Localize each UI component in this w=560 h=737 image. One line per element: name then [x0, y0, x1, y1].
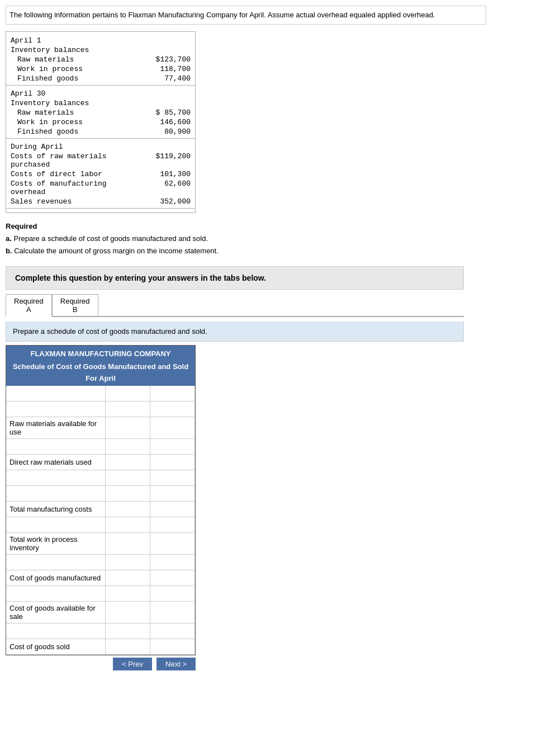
- sched-input-cogm-a[interactable]: [106, 570, 150, 585]
- sched-input-cogm-b[interactable]: [150, 570, 195, 585]
- sched-input-4a[interactable]: [106, 439, 150, 454]
- sched-input-raw-avail-a-field[interactable]: [106, 417, 150, 438]
- sched-input-15a[interactable]: [106, 623, 150, 639]
- sched-input-6b-field[interactable]: [150, 470, 194, 485]
- sched-input-raw-avail-b-field[interactable]: [150, 417, 194, 438]
- sched-label-15: [6, 623, 106, 639]
- complete-banner: Complete this question by entering your …: [6, 266, 464, 290]
- sched-input-15a-field[interactable]: [106, 623, 150, 639]
- instruction-a-text: Prepare a schedule of cost of goods manu…: [13, 234, 208, 243]
- sched-row-raw-available: Raw materials available for use: [6, 417, 195, 439]
- sched-input-4b[interactable]: [150, 439, 195, 454]
- mfg-overhead-row: Costs of manufacturingoverhead 62,600: [6, 179, 195, 197]
- sched-input-direct-raw-b[interactable]: [150, 455, 195, 470]
- sched-input-cogs-a[interactable]: [106, 639, 150, 654]
- sched-input-raw-avail-a[interactable]: [106, 417, 150, 438]
- sched-input-cogs-b-field[interactable]: [150, 639, 194, 654]
- sched-input-total-wip-a[interactable]: [106, 533, 150, 554]
- inventory-label-1: Inventory balances: [11, 46, 191, 54]
- sched-input-15b-field[interactable]: [150, 623, 194, 639]
- sched-input-13a-field[interactable]: [106, 586, 150, 601]
- instruction-b: b. Calculate the amount of gross margin …: [6, 245, 554, 257]
- sched-label-total-wip: Total work in process inventory: [6, 533, 106, 554]
- sched-input-total-wip-b-field[interactable]: [150, 533, 194, 554]
- sched-input-cogm-a-field[interactable]: [106, 570, 150, 585]
- required-label: Required: [6, 222, 554, 230]
- sched-label-coga: Cost of goods available for sale: [6, 602, 106, 623]
- sched-label-4: [6, 439, 106, 454]
- sched-input-7b-field[interactable]: [150, 486, 194, 501]
- sched-input-13b[interactable]: [150, 586, 195, 601]
- sched-input-cogm-b-field[interactable]: [150, 570, 194, 585]
- sched-input-raw-avail-b[interactable]: [150, 417, 195, 438]
- sched-input-15b[interactable]: [150, 623, 195, 639]
- sched-input-cogs-a-field[interactable]: [106, 639, 150, 654]
- sched-input-total-mfg-a[interactable]: [106, 502, 150, 517]
- sched-input-total-mfg-b-field[interactable]: [150, 502, 194, 517]
- tab-required-b[interactable]: RequiredB: [52, 294, 98, 316]
- sched-input-6b[interactable]: [150, 470, 195, 485]
- wip-apr30-value: 146,600: [146, 118, 191, 126]
- sched-label-2: [6, 401, 106, 417]
- sched-input-9b-field[interactable]: [150, 517, 194, 532]
- sched-input-total-wip-b[interactable]: [150, 533, 195, 554]
- wip-apr1-label: Work in process: [17, 65, 146, 73]
- schedule-title: Schedule of Cost of Goods Manufactured a…: [6, 361, 195, 373]
- sched-input-2b[interactable]: [150, 401, 195, 417]
- sched-input-11a[interactable]: [106, 555, 150, 570]
- fg-apr1-value: 77,400: [146, 74, 191, 83]
- sched-input-6a[interactable]: [106, 470, 150, 485]
- sched-input-9a[interactable]: [106, 517, 150, 532]
- wip-apr1-row: Work in process 118,700: [6, 64, 195, 74]
- instruction-b-text: Calculate the amount of gross margin on …: [14, 247, 219, 255]
- sched-input-7a-field[interactable]: [106, 486, 150, 501]
- sched-input-11b[interactable]: [150, 555, 195, 570]
- schedule-period: For April: [6, 373, 195, 386]
- sched-input-4a-field[interactable]: [106, 439, 150, 454]
- sched-input-1a-field[interactable]: [106, 386, 150, 401]
- tab-required-a[interactable]: RequiredA: [6, 294, 52, 317]
- sched-input-2a-field[interactable]: [106, 401, 150, 417]
- april30-label: April 30: [11, 89, 191, 98]
- sched-input-7a[interactable]: [106, 486, 150, 501]
- sched-input-direct-raw-a-field[interactable]: [106, 455, 150, 470]
- sched-input-total-mfg-b[interactable]: [150, 502, 195, 517]
- sched-input-total-wip-a-field[interactable]: [106, 533, 150, 554]
- sched-input-direct-raw-a[interactable]: [106, 455, 150, 470]
- instruction-a-letter: a.: [6, 234, 12, 243]
- sched-input-1b[interactable]: [150, 386, 195, 401]
- sched-input-7b[interactable]: [150, 486, 195, 501]
- sched-input-coga-b[interactable]: [150, 602, 195, 623]
- sched-input-9a-field[interactable]: [106, 517, 150, 532]
- sched-input-9b[interactable]: [150, 517, 195, 532]
- sched-input-total-mfg-a-field[interactable]: [106, 502, 150, 517]
- sched-input-coga-b-field[interactable]: [150, 602, 194, 623]
- sched-row-1: [6, 386, 195, 401]
- prev-button[interactable]: < Prev: [113, 658, 152, 670]
- sched-input-cogs-b[interactable]: [150, 639, 195, 654]
- labor-costs-label: Costs of direct labor: [11, 170, 146, 178]
- sched-input-1b-field[interactable]: [150, 386, 194, 401]
- sched-input-6a-field[interactable]: [106, 470, 150, 485]
- sched-input-coga-a-field[interactable]: [106, 602, 150, 623]
- tabs-row: RequiredA RequiredB: [6, 294, 464, 317]
- sched-input-2a[interactable]: [106, 401, 150, 417]
- fg-apr30-value: 80,900: [146, 127, 191, 136]
- sched-input-4b-field[interactable]: [150, 439, 194, 454]
- sched-input-11a-field[interactable]: [106, 555, 150, 570]
- fg-apr1-label: Finished goods: [17, 74, 146, 83]
- sched-input-11b-field[interactable]: [150, 555, 194, 570]
- sched-row-11: [6, 555, 195, 570]
- sales-revenues-value: 352,000: [146, 197, 191, 206]
- next-button[interactable]: Next >: [156, 658, 196, 670]
- sched-input-coga-a[interactable]: [106, 602, 150, 623]
- raw-materials-apr30-value: $ 85,700: [146, 108, 191, 117]
- raw-costs-row: Costs of raw materialspurchased $119,200: [6, 152, 195, 169]
- sched-input-1a[interactable]: [106, 386, 150, 401]
- sched-input-direct-raw-b-field[interactable]: [150, 455, 194, 470]
- inventory-balances-1: Inventory balances: [6, 45, 195, 55]
- tabs-container: RequiredA RequiredB: [6, 294, 464, 317]
- sched-input-13b-field[interactable]: [150, 586, 194, 601]
- sched-input-13a[interactable]: [106, 586, 150, 601]
- sched-input-2b-field[interactable]: [150, 401, 194, 417]
